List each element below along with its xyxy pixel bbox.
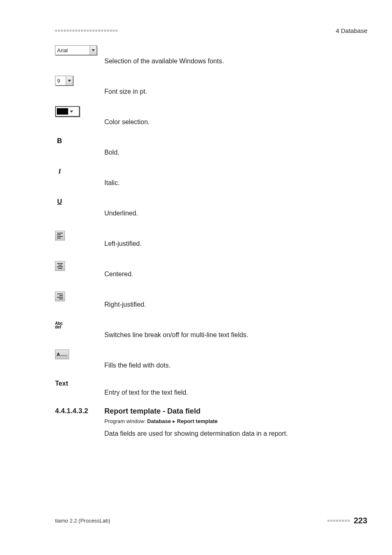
fill-dots-icon: A..... (57, 352, 67, 357)
dropdown-arrow-icon (66, 76, 73, 85)
underline-icon: U (57, 198, 62, 206)
font-size-description: Font size in pt. (104, 76, 367, 95)
font-family-value: Arial (57, 47, 90, 53)
align-right-icon (57, 294, 63, 299)
section-caption: Program window: Database▸Report template (104, 418, 367, 424)
bold-button[interactable]: B (55, 136, 64, 146)
font-color-description: Color selection. (104, 106, 367, 126)
dropdown-arrow-icon (68, 107, 75, 116)
svg-marker-0 (92, 49, 95, 51)
header-decoration-squares (55, 30, 118, 32)
footer-decoration-squares (327, 520, 350, 522)
align-left-button[interactable] (55, 231, 65, 240)
section-title: Report template - Data field (104, 407, 201, 416)
italic-description: Italic. (104, 167, 367, 187)
svg-marker-1 (68, 80, 71, 82)
chapter-title: 4 Database (336, 27, 367, 34)
font-color-dropdown[interactable] (55, 106, 80, 117)
footer-product: tiamo 2.2 (ProcessLab) (55, 518, 110, 524)
font-size-value: 9 (57, 78, 66, 84)
align-right-button[interactable] (55, 291, 65, 301)
underline-description: Underlined. (104, 197, 367, 217)
bold-icon: B (57, 137, 62, 145)
dropdown-arrow-icon (90, 46, 97, 55)
align-left-icon (57, 233, 63, 238)
font-family-description: Selection of the available Windows fonts… (104, 45, 367, 65)
fill-dots-description: Fills the field with dots. (104, 349, 367, 369)
align-left-description: Left-justified. (104, 228, 367, 247)
bold-description: Bold. (104, 136, 367, 156)
align-center-button[interactable] (55, 261, 65, 271)
color-swatch-icon (57, 108, 68, 115)
font-size-dropdown[interactable]: 9 (55, 76, 73, 86)
line-break-icon: Abcdef (55, 321, 63, 329)
underline-button[interactable]: U (55, 197, 64, 206)
line-break-toggle-button[interactable]: Abcdef (55, 321, 63, 330)
text-field-description: Entry of text for the text field. (104, 380, 367, 396)
fill-dots-button[interactable]: A..... (55, 349, 69, 359)
svg-marker-2 (70, 111, 73, 113)
italic-icon: I (58, 168, 61, 175)
text-field-label: Text (55, 380, 68, 387)
align-center-description: Centered. (104, 258, 367, 278)
section-number: 4.4.1.4.3.2 (55, 407, 104, 416)
section-body: Data fields are used for showing determi… (104, 430, 367, 437)
italic-button[interactable]: I (55, 167, 64, 176)
font-family-dropdown[interactable]: Arial (55, 45, 97, 55)
align-center-icon (57, 263, 63, 269)
align-right-description: Right-justified. (104, 289, 367, 308)
line-break-description: Switches line break on/off for multi-lin… (104, 319, 367, 339)
page-number: 223 (354, 516, 367, 525)
